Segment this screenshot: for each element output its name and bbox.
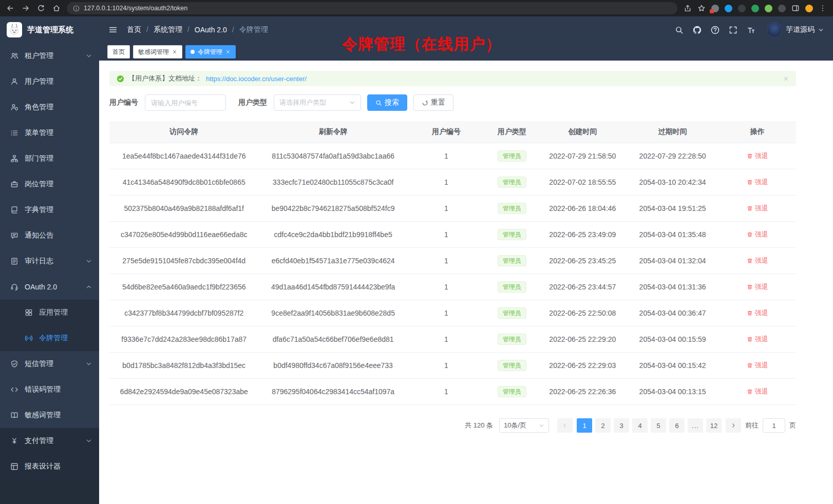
alert-close-icon[interactable] — [783, 76, 789, 82]
back-icon[interactable] — [6, 4, 14, 12]
tab-close-icon[interactable] — [172, 49, 177, 54]
page-size-select[interactable]: 10条/页 — [499, 418, 549, 433]
user-type-badge: 管理员 — [498, 360, 526, 371]
force-logout-button[interactable]: 强退 — [747, 204, 768, 213]
cell-user-id: 1 — [408, 169, 485, 196]
extension-icon-3[interactable] — [738, 5, 746, 12]
browser-profile-avatar[interactable] — [805, 5, 813, 12]
tab-close-icon[interactable] — [225, 49, 231, 54]
cell-expire-time: 2054-03-04 00:13:15 — [626, 379, 718, 405]
cell-user-id: 1 — [408, 222, 485, 248]
search-icon — [375, 100, 382, 106]
next-page-button[interactable] — [726, 418, 741, 433]
delete-icon — [747, 336, 753, 342]
menu-item-icon — [10, 180, 18, 188]
app-logo-row[interactable]: 芋道管理系统 — [0, 16, 99, 43]
chevron-down-icon — [86, 438, 92, 444]
extension-icon-5[interactable] — [765, 5, 772, 12]
url-bar[interactable]: 127.0.0.1:1024/system/oauth2/token — [67, 2, 677, 14]
sidebar-item[interactable]: 通知公告 — [0, 223, 99, 248]
menu-item-label: 错误码管理 — [25, 385, 92, 394]
help-icon[interactable] — [711, 26, 720, 34]
force-logout-button[interactable]: 强退 — [747, 151, 768, 161]
sidebar-item[interactable]: 用户管理 — [0, 69, 99, 94]
page-button[interactable]: 12 — [706, 418, 722, 433]
reset-button[interactable]: 重置 — [413, 94, 453, 111]
chevron-down-icon — [86, 258, 92, 264]
forward-icon[interactable] — [22, 4, 30, 12]
sidebar-item[interactable]: 报表设计器 — [0, 454, 99, 479]
goto-page-input[interactable] — [763, 418, 785, 433]
menu-item-icon — [10, 129, 18, 137]
prev-page-button[interactable] — [557, 418, 573, 433]
page-button[interactable]: 6 — [669, 418, 685, 433]
page-button[interactable]: 2 — [595, 418, 611, 433]
reload-icon[interactable] — [37, 4, 45, 12]
side-panel-icon[interactable] — [791, 4, 800, 12]
sidebar-item[interactable]: 菜单管理 — [0, 120, 99, 146]
tab[interactable]: 敏感词管理 — [133, 45, 182, 59]
cell-user-type: 管理员 — [485, 169, 539, 196]
doc-link[interactable]: https://doc.iocoder.cn/user-center/ — [206, 75, 307, 83]
sidebar-item[interactable]: 部门管理 — [0, 146, 99, 171]
extension-icon-4[interactable] — [751, 5, 759, 12]
font-size-icon[interactable] — [747, 26, 755, 34]
force-logout-button[interactable]: 强退 — [747, 387, 768, 396]
github-icon[interactable] — [693, 26, 702, 34]
sidebar-item[interactable]: 审计日志 — [0, 248, 99, 274]
home-icon[interactable] — [52, 4, 61, 12]
menu-item-label: 应用管理 — [39, 308, 92, 317]
user-id-input[interactable] — [145, 94, 226, 111]
tab[interactable]: 令牌管理 — [185, 45, 236, 59]
menu-item-label: 审计日志 — [25, 257, 86, 266]
fullscreen-icon[interactable] — [729, 26, 737, 34]
sidebar-item[interactable]: 令牌管理 — [0, 325, 99, 351]
page-button[interactable]: 1 — [577, 418, 592, 433]
sidebar-item[interactable]: 字典管理 — [0, 197, 99, 223]
page-button[interactable]: 3 — [614, 418, 629, 433]
extension-icon-2[interactable] — [725, 5, 732, 12]
user-type-select[interactable]: 请选择用户类型 — [274, 94, 361, 111]
sidebar-item[interactable]: 短信管理 — [0, 351, 99, 377]
force-logout-button[interactable]: 强退 — [747, 230, 768, 239]
sidebar-item[interactable]: 支付管理 — [0, 428, 99, 454]
extension-icon-1[interactable] — [711, 5, 719, 12]
share-icon[interactable] — [684, 4, 692, 12]
search-button[interactable]: 搜索 — [367, 94, 407, 111]
sidebar-item[interactable]: 应用管理 — [0, 300, 99, 325]
tab[interactable]: 首页 — [107, 45, 130, 59]
force-logout-button[interactable]: 强退 — [747, 308, 768, 318]
page-button[interactable]: 5 — [651, 418, 666, 433]
menu-item-label: 敏感词管理 — [25, 411, 92, 420]
sidebar-item[interactable]: 租户管理 — [0, 43, 99, 69]
sidebar-item[interactable]: 岗位管理 — [0, 171, 99, 197]
force-logout-button[interactable]: 强退 — [747, 178, 768, 187]
browser-nav — [6, 4, 61, 12]
menu-item-label: 部门管理 — [25, 154, 92, 163]
breadcrumb-item[interactable]: 系统管理 — [154, 25, 195, 34]
bookmark-star-icon[interactable] — [697, 4, 706, 12]
extension-icon-6[interactable] — [778, 5, 786, 12]
sidebar-item[interactable]: 错误码管理 — [0, 377, 99, 402]
page-button[interactable]: ... — [688, 418, 703, 433]
force-logout-button[interactable]: 强退 — [747, 256, 768, 265]
table-row: b0d1785bc3a8482f812db4a3f3bd15ec b0df498… — [109, 353, 796, 379]
breadcrumb-item[interactable]: 令牌管理 — [239, 25, 268, 34]
site-info-icon[interactable] — [73, 5, 80, 12]
force-logout-button[interactable]: 强退 — [747, 282, 768, 292]
page-button[interactable]: 4 — [632, 418, 648, 433]
menu-item-label: 菜单管理 — [25, 128, 92, 138]
column-header: 刷新令牌 — [258, 121, 407, 143]
search-icon[interactable] — [675, 26, 684, 34]
cell-expire-time: 2054-03-04 01:32:04 — [626, 248, 718, 274]
sidebar-item[interactable]: OAuth 2.0 — [0, 274, 99, 300]
breadcrumb-item[interactable]: 首页 — [127, 25, 154, 34]
user-menu[interactable]: 芋道源码 — [767, 22, 824, 37]
hamburger-icon[interactable] — [108, 25, 118, 34]
browser-menu-icon[interactable] — [819, 4, 827, 12]
sidebar-item[interactable]: 角色管理 — [0, 94, 99, 120]
force-logout-button[interactable]: 强退 — [747, 335, 768, 344]
breadcrumb-item[interactable]: OAuth 2.0 — [195, 26, 239, 34]
sidebar-item[interactable]: 敏感词管理 — [0, 402, 99, 428]
force-logout-button[interactable]: 强退 — [747, 361, 768, 370]
